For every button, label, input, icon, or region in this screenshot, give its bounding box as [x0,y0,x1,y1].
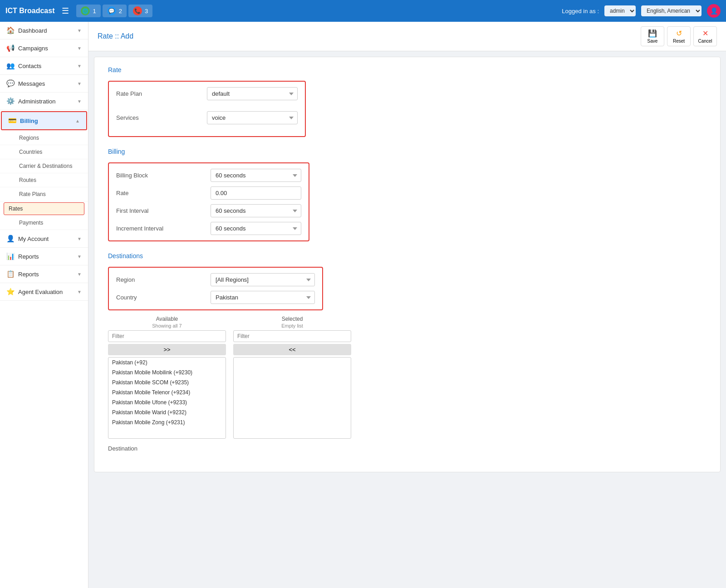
sidebar-item-reports-2[interactable]: 📋Reports ▼ [0,265,88,283]
billing-icon: 💳 [8,117,16,125]
list-item[interactable]: Pakistan Mobile Mobilink (+9230) [108,368,226,377]
tab2-icon: 💬 [107,6,116,15]
navbar-tab-2[interactable]: 💬 2 [103,5,127,17]
reset-label: Reset [673,39,685,44]
tab3-count: 3 [145,8,148,15]
region-row: Region [All Regions] Asia Europe [116,273,315,286]
menu-icon[interactable]: ☰ [62,6,69,16]
available-filter[interactable] [108,330,226,342]
transfer-left-btn[interactable]: << [233,344,351,355]
services-select[interactable]: voice sms fax [207,111,298,124]
rate-plan-row: Rate Plan default standard premium [116,87,298,100]
chevron-campaigns: ▼ [77,46,82,51]
destination-label: Destination [108,445,199,452]
tab3-icon: 📞 [133,6,142,15]
sidebar-sub-routes[interactable]: Routes [0,173,88,187]
sidebar-item-billing[interactable]: 💳Billing ▲ [1,111,87,130]
first-interval-select[interactable]: 6 seconds 30 seconds 60 seconds 90 secon… [211,204,301,217]
sidebar-sub-rates[interactable]: Rates [4,202,84,215]
sidebar-item-my-account[interactable]: 👤My Account ▼ [0,230,88,248]
sidebar-item-dashboard[interactable]: 🏠Dashboard ▼ [0,22,88,39]
save-label: Save [648,39,658,44]
dashboard-icon: 🏠 [6,26,15,34]
chevron-agent-eval: ▼ [77,289,82,294]
billing-block-label: Billing Block [116,172,207,179]
country-row: Country Pakistan India Bangladesh [116,291,315,304]
reports1-icon: 📊 [6,252,15,260]
selected-list-empty [234,358,351,365]
reports2-icon: 📋 [6,270,15,278]
sidebar-item-administration[interactable]: ⚙️Administration ▼ [0,93,88,110]
list-item[interactable]: Pakistan Mobile Warid (+9232) [108,407,226,417]
sidebar-sub-regions[interactable]: Regions [0,131,88,145]
rate-row: Rate [116,186,301,200]
transfer-right-btn[interactable]: >> [108,344,226,355]
page-title: Rate :: Add [98,32,133,40]
selected-list[interactable] [233,357,351,439]
rate-section: Rate Rate Plan default standard premium … [108,66,706,137]
rate-input[interactable] [211,186,301,200]
navbar-right: Logged in as : admin English, American 👤 [562,4,721,18]
navbar-tab-3[interactable]: 📞 3 [128,5,152,17]
form-area: Rate Rate Plan default standard premium … [94,57,721,472]
sidebar-sub-countries[interactable]: Countries [0,145,88,159]
chevron-billing: ▲ [75,118,80,123]
country-select[interactable]: Pakistan India Bangladesh [211,291,315,304]
contacts-icon: 👥 [6,62,15,70]
list-containers: Available Showing all 7 >> Pakistan (+92… [108,316,706,439]
page-header: Rate :: Add 💾 Save ↺ Reset ✕ Cancel [88,22,726,51]
user-select[interactable]: admin [604,5,636,16]
reset-button[interactable]: ↺ Reset [667,26,691,46]
language-select[interactable]: English, American [641,5,701,16]
available-column: Available Showing all 7 >> Pakistan (+92… [108,316,226,439]
list-item[interactable]: Pakistan Mobile Zong (+9231) [108,417,226,427]
chevron-reports2: ▼ [77,272,82,277]
selected-header: Selected [233,316,351,322]
rate-plan-select[interactable]: default standard premium [207,87,298,100]
selected-filter[interactable] [233,330,351,342]
navbar-tab-1[interactable]: 🌐 1 [76,5,100,17]
sidebar-sub-carrier-destinations[interactable]: Carrier & Destinations [0,159,88,173]
increment-interval-select[interactable]: 6 seconds 30 seconds 60 seconds 90 secon… [211,222,301,235]
avatar: 👤 [707,4,721,18]
list-item[interactable]: Pakistan (+92) [108,358,226,368]
save-icon: 💾 [648,29,657,38]
navbar: ICT Broadcast ☰ 🌐 1 💬 2 📞 3 Logged in as… [0,0,726,22]
sidebar-item-contacts[interactable]: 👥Contacts ▼ [0,57,88,75]
sidebar-item-campaigns[interactable]: 📢Campaigns ▼ [0,39,88,57]
first-interval-label: First Interval [116,207,207,214]
tab1-icon: 🌐 [81,6,90,15]
billing-block-select[interactable]: 6 seconds 30 seconds 60 seconds 90 secon… [211,169,301,182]
list-item[interactable]: Pakistan Mobile SCOM (+9235) [108,377,226,387]
sidebar-item-messages[interactable]: 💬Messages ▼ [0,75,88,93]
chevron-my-account: ▼ [77,236,82,241]
sidebar-item-agent-evaluation[interactable]: ⭐Agent Evaluation ▼ [0,283,88,301]
billing-fields-group: Billing Block 6 seconds 30 seconds 60 se… [108,162,309,241]
sidebar-sub-payments[interactable]: Payments [0,216,88,230]
main-content: Rate :: Add 💾 Save ↺ Reset ✕ Cancel [88,22,726,588]
my-account-icon: 👤 [6,235,15,243]
cancel-button[interactable]: ✕ Cancel [693,26,717,46]
sidebar-sub-rate-plans[interactable]: Rate Plans [0,187,88,201]
sidebar-item-reports-1[interactable]: 📊Reports ▼ [0,248,88,265]
increment-interval-label: Increment Interval [116,225,207,232]
sidebar: 🏠Dashboard ▼ 📢Campaigns ▼ 👥Contacts ▼ 💬M… [0,22,88,588]
chevron-reports1: ▼ [77,254,82,259]
tab2-count: 2 [119,8,122,15]
chevron-contacts: ▼ [77,64,82,69]
services-label: Services [116,114,207,121]
first-interval-row: First Interval 6 seconds 30 seconds 60 s… [116,204,301,217]
save-button[interactable]: 💾 Save [641,26,664,46]
country-label: Country [116,294,207,301]
increment-interval-row: Increment Interval 6 seconds 30 seconds … [116,222,301,235]
region-label: Region [116,276,207,283]
available-subheader: Showing all 7 [108,323,226,328]
list-item[interactable]: Pakistan Mobile Telenor (+9234) [108,387,226,397]
destination-row: Destination [108,445,706,452]
tab1-count: 1 [93,8,96,15]
list-item[interactable]: Pakistan Mobile Ufone (+9233) [108,397,226,407]
available-list[interactable]: Pakistan (+92) Pakistan Mobile Mobilink … [108,357,226,439]
selected-subheader: Empty list [233,323,351,328]
region-select[interactable]: [All Regions] Asia Europe [211,273,315,286]
cancel-icon: ✕ [702,29,708,38]
